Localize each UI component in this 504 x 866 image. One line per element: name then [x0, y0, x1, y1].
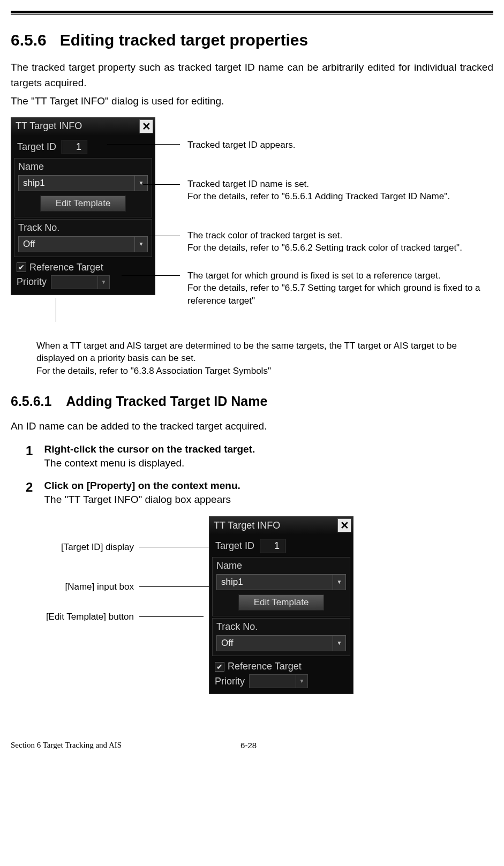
edit-template-button[interactable]: Edit Template	[238, 594, 324, 611]
chevron-down-icon[interactable]: ▼	[134, 176, 147, 191]
close-icon[interactable]: ✕	[139, 119, 153, 133]
step-number: 1	[26, 443, 42, 458]
track-no-label: Track No.	[18, 222, 148, 234]
priority-row: Priority ▼	[210, 673, 352, 692]
edit-template-button[interactable]: Edit Template	[40, 195, 126, 212]
priority-row: Priority ▼	[12, 274, 154, 293]
callout-track-line2: For the details, refer to "6.5.6.2 Setti…	[187, 242, 462, 254]
chevron-down-icon[interactable]: ▼	[333, 636, 345, 651]
footer-section: Section 6 Target Tracking and AIS	[11, 741, 122, 750]
subsection-number: 6.5.6.1	[11, 394, 51, 409]
name-input[interactable]: ship1 ▼	[216, 574, 346, 590]
subsection-heading: 6.5.6.1 Adding Tracked Target ID Name	[11, 394, 493, 409]
section-number: 6.5.6	[11, 31, 47, 49]
name-value: ship1	[19, 178, 134, 189]
track-no-panel: Track No. Off ▼	[212, 618, 350, 656]
figure-tt-target-info-simple: [Target ID] display [Name] input box [Ed…	[11, 516, 493, 731]
reference-target-row[interactable]: ✔ Reference Target	[210, 658, 352, 673]
track-no-value: Off	[217, 638, 333, 649]
chevron-down-icon[interactable]: ▼	[134, 237, 147, 252]
tt-target-info-dialog: TT Target INFO ✕ Target ID 1 Name ship1 …	[209, 516, 353, 694]
step-1-desc: The context menu is displayed.	[44, 457, 488, 469]
track-no-label: Track No.	[216, 621, 346, 632]
intro-paragraph-2: The "TT Target INFO" dialog is used for …	[11, 94, 493, 109]
figure-tt-target-info-annotated: TT Target INFO ✕ Target ID 1 Name ship1 …	[11, 115, 493, 334]
footer-page-number: 6-28	[240, 741, 257, 750]
dialog-titlebar: TT Target INFO ✕	[11, 118, 155, 135]
step-2-desc: The "TT Target INFO" dialog box appears	[44, 494, 488, 506]
name-label: Name	[216, 560, 346, 571]
callout-ref-line1: The target for which ground is fixed is …	[187, 269, 504, 282]
fig2-label-target-id: [Target ID] display	[61, 542, 134, 553]
target-id-value: 1	[62, 140, 87, 154]
callout-ref-line2: For the details, refer to "6.5.7 Setting…	[187, 282, 504, 307]
intro-paragraph-1: The tracked target property such as trac…	[11, 60, 493, 91]
track-no-panel: Track No. Off ▼	[14, 219, 152, 257]
chevron-down-icon[interactable]: ▼	[97, 276, 109, 289]
name-panel: Name ship1 ▼ Edit Template	[14, 158, 152, 217]
step-1: 1 Right-click the cursor on the tracked …	[26, 443, 493, 469]
name-value: ship1	[217, 577, 333, 588]
step-2: 2 Click on [Property] on the context men…	[26, 480, 493, 506]
callout-name-line1: Tracked target ID name is set.	[187, 178, 450, 191]
priority-value	[250, 675, 296, 688]
target-id-row: Target ID 1	[212, 537, 350, 555]
page-footer: Section 6 Target Tracking and AIS 6-28	[11, 741, 483, 750]
callout-priority-line1: When a TT target and AIS target are dete…	[36, 340, 493, 365]
target-id-label: Target ID	[17, 141, 56, 153]
target-id-value: 1	[260, 539, 285, 553]
chevron-down-icon[interactable]: ▼	[296, 675, 307, 688]
section-title: Editing tracked target properties	[60, 31, 308, 49]
chevron-down-icon[interactable]: ▼	[333, 575, 345, 590]
subsection-title: Adding Tracked Target ID Name	[66, 394, 267, 409]
name-input[interactable]: ship1 ▼	[18, 175, 148, 191]
callout-track-line1: The track color of tracked target is set…	[187, 229, 462, 242]
callout-priority: When a TT target and AIS target are dete…	[36, 340, 493, 378]
track-no-value: Off	[19, 239, 134, 250]
track-no-dropdown[interactable]: Off ▼	[216, 635, 346, 651]
reference-target-row[interactable]: ✔ Reference Target	[12, 259, 154, 274]
target-id-row: Target ID 1	[14, 138, 152, 156]
reference-target-label: Reference Target	[29, 262, 103, 273]
close-icon[interactable]: ✕	[337, 518, 351, 532]
callout-priority-line2: For the details, refer to "6.3.8 Associa…	[36, 365, 493, 378]
priority-dropdown[interactable]: ▼	[51, 275, 110, 289]
priority-value	[51, 276, 97, 289]
reference-target-checkbox[interactable]: ✔	[17, 262, 26, 272]
dialog-titlebar: TT Target INFO ✕	[209, 517, 353, 534]
callout-name-line2: For the details, refer to "6.5.6.1 Addin…	[187, 190, 450, 203]
dialog-title: TT Target INFO	[214, 520, 337, 531]
subsection-intro: An ID name can be added to the tracked t…	[11, 419, 493, 434]
priority-label: Priority	[17, 276, 47, 288]
section-heading: 6.5.6 Editing tracked target properties	[11, 31, 493, 49]
priority-label: Priority	[215, 676, 245, 687]
track-no-dropdown[interactable]: Off ▼	[18, 236, 148, 252]
step-1-title: Right-click the cursor on the tracked ta…	[44, 443, 488, 455]
priority-dropdown[interactable]: ▼	[249, 674, 308, 688]
step-number: 2	[26, 480, 42, 495]
dialog-title: TT Target INFO	[16, 121, 139, 132]
name-label: Name	[18, 161, 148, 172]
callout-target-id: Tracked target ID appears.	[187, 139, 296, 152]
fig2-label-edit-template: [Edit Template] button	[46, 612, 134, 622]
step-2-title: Click on [Property] on the context menu.	[44, 480, 488, 492]
fig2-label-name: [Name] input box	[65, 582, 134, 592]
name-panel: Name ship1 ▼ Edit Template	[212, 557, 350, 616]
reference-target-label: Reference Target	[228, 661, 302, 672]
target-id-label: Target ID	[215, 540, 254, 552]
reference-target-checkbox[interactable]: ✔	[215, 662, 224, 672]
